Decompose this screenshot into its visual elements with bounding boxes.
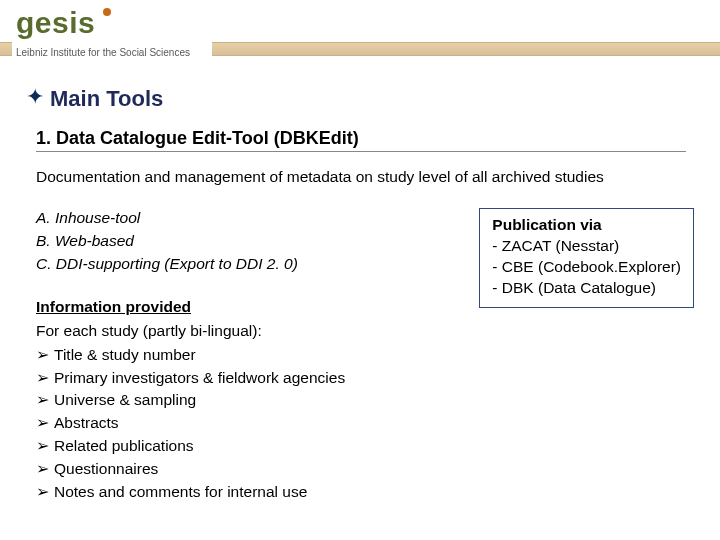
section-heading: 1. Data Catalogue Edit-Tool (DBKEdit) [36, 128, 686, 152]
feature-item: C. DDI-supporting (Export to DDI 2. 0) [36, 254, 455, 275]
list-item: ➢Abstracts [36, 413, 455, 434]
arrow-icon: ➢ [36, 413, 54, 434]
publication-box: Publication via - ZACAT (Nesstar) - CBE … [479, 208, 694, 308]
info-subheading: For each study (partly bi-lingual): [36, 321, 455, 342]
arrow-icon: ➢ [36, 345, 54, 366]
list-item: ➢Questionnaires [36, 459, 455, 480]
list-item: ➢Universe & sampling [36, 390, 455, 411]
bullet-star-icon: ✦ [26, 86, 44, 108]
publication-heading: Publication via [492, 215, 681, 236]
left-column: A. Inhouse-tool B. Web-based C. DDI-supp… [36, 208, 455, 505]
publication-line: - ZACAT (Nesstar) [492, 236, 681, 257]
publication-line: - DBK (Data Catalogue) [492, 278, 681, 299]
list-item: ➢Related publications [36, 436, 455, 457]
title-row: ✦ Main Tools [26, 86, 694, 112]
arrow-icon: ➢ [36, 368, 54, 389]
publication-line: - CBE (Codebook.Explorer) [492, 257, 681, 278]
logo-dot-icon [103, 8, 111, 16]
section-description: Documentation and management of metadata… [36, 168, 694, 186]
header: gesis Leibniz Institute for the Social S… [0, 0, 720, 68]
info-heading: Information provided [36, 297, 455, 318]
arrow-icon: ➢ [36, 482, 54, 503]
page-title: Main Tools [50, 86, 163, 112]
feature-list: A. Inhouse-tool B. Web-based C. DDI-supp… [36, 208, 455, 275]
columns: A. Inhouse-tool B. Web-based C. DDI-supp… [36, 208, 694, 505]
arrow-icon: ➢ [36, 436, 54, 457]
info-bullets: ➢Title & study number ➢Primary investiga… [36, 345, 455, 503]
logo-text: gesis [16, 6, 95, 39]
slide-content: ✦ Main Tools 1. Data Catalogue Edit-Tool… [0, 68, 720, 505]
arrow-icon: ➢ [36, 459, 54, 480]
logo-subtitle: Leibniz Institute for the Social Science… [16, 47, 190, 58]
list-item: ➢Primary investigators & fieldwork agenc… [36, 368, 455, 389]
list-item: ➢Title & study number [36, 345, 455, 366]
feature-item: B. Web-based [36, 231, 455, 252]
feature-item: A. Inhouse-tool [36, 208, 455, 229]
list-item: ➢Notes and comments for internal use [36, 482, 455, 503]
logo: gesis [16, 6, 95, 40]
arrow-icon: ➢ [36, 390, 54, 411]
